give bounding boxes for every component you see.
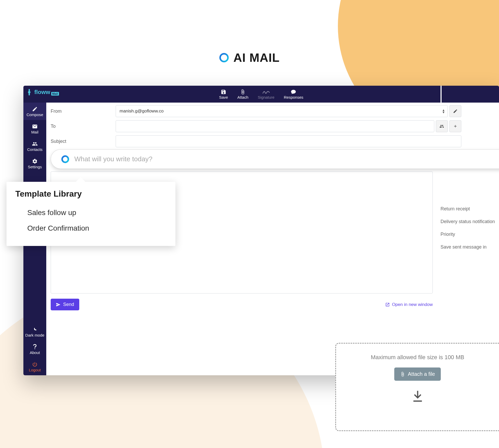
attach-button-label: Attach a file <box>408 371 435 377</box>
pencil-icon <box>453 109 458 113</box>
responses-label: Responses <box>284 95 303 99</box>
plus-icon <box>453 124 457 128</box>
download-icon <box>410 390 425 404</box>
page-header: AI MAIL <box>0 51 499 65</box>
toolbar-divider <box>441 86 442 103</box>
to-input[interactable] <box>116 120 434 132</box>
sidebar-item-darkmode[interactable]: Dark mode <box>23 323 46 340</box>
save-label: Save <box>219 95 228 99</box>
sidebar-item-logout[interactable]: Logout <box>23 358 46 375</box>
compose-label: Compose <box>23 112 46 117</box>
sidebar-item-compose[interactable]: Compose <box>23 103 46 120</box>
about-label: About <box>23 350 46 355</box>
question-icon <box>23 344 46 350</box>
attach-dropzone[interactable]: Maximum allowed file size is 100 MB Atta… <box>335 343 499 431</box>
template-item-sales[interactable]: Sales follow up <box>15 205 167 220</box>
users-icon <box>23 141 46 147</box>
comment-icon <box>291 89 296 95</box>
open-new-window-link[interactable]: Open in new window <box>385 302 433 307</box>
option-priority[interactable]: Priority <box>441 228 499 241</box>
from-value: manish.g@gofloww.co <box>120 109 163 114</box>
template-library-title: Template Library <box>15 189 167 199</box>
ai-placeholder: What will you write today? <box>74 155 153 163</box>
paper-plane-icon <box>56 302 61 307</box>
darkmode-label: Dark mode <box>23 333 46 337</box>
edit-from-button[interactable] <box>449 105 461 117</box>
logo-badge: Mail <box>51 92 59 96</box>
logo-text: floww <box>34 89 50 96</box>
ai-circle-icon <box>219 53 229 62</box>
sidebar-item-settings[interactable]: Settings <box>23 155 46 172</box>
logo-icon <box>26 88 34 96</box>
send-button[interactable]: Send <box>51 299 79 310</box>
send-row: Send Open in new window <box>51 299 433 310</box>
template-library-popup: Template Library Sales follow up Order C… <box>6 182 175 246</box>
settings-label: Settings <box>23 165 46 169</box>
signature-icon <box>262 89 270 95</box>
save-button[interactable]: Save <box>214 89 233 99</box>
gear-icon <box>23 158 46 165</box>
from-select[interactable]: manish.g@gofloww.co ▴▾ <box>116 105 448 117</box>
app-logo: floww Mail <box>26 88 59 96</box>
signature-button[interactable]: Signature <box>253 89 279 99</box>
logout-label: Logout <box>23 368 46 372</box>
add-contacts-button[interactable] <box>436 120 448 132</box>
subject-input[interactable] <box>116 135 461 147</box>
paperclip-icon <box>400 372 405 377</box>
attach-label: Attach <box>237 95 248 99</box>
to-row: To <box>51 120 461 132</box>
add-recipient-button[interactable] <box>449 120 461 132</box>
attach-button[interactable]: Attach <box>233 89 253 99</box>
contacts-label: Contacts <box>23 147 46 152</box>
from-row: From manish.g@gofloww.co ▴▾ <box>51 105 461 117</box>
paperclip-icon <box>240 89 246 95</box>
subject-row: Subject <box>51 135 461 147</box>
ai-circle-icon <box>61 155 69 163</box>
subject-label: Subject <box>51 139 116 144</box>
save-icon <box>221 89 226 95</box>
power-icon <box>23 361 46 368</box>
top-toolbar: floww Mail Save Attach Signature <box>23 86 499 103</box>
to-label: To <box>51 124 116 129</box>
ai-prompt-bar[interactable]: What will you write today? <box>51 149 499 169</box>
template-item-order[interactable]: Order Confirmation <box>15 220 167 236</box>
compose-form: From manish.g@gofloww.co ▴▾ To <box>51 105 461 150</box>
mail-label: Mail <box>23 130 46 134</box>
attach-info-text: Maximum allowed file size is 100 MB <box>371 354 464 361</box>
sidebar-item-about[interactable]: About <box>23 340 46 358</box>
sidebar-item-contacts[interactable]: Contacts <box>23 137 46 155</box>
from-label: From <box>51 109 116 114</box>
moon-icon <box>23 326 46 333</box>
envelope-icon <box>23 123 46 130</box>
open-new-label: Open in new window <box>392 302 433 307</box>
page-title: AI MAIL <box>233 51 280 65</box>
responses-button[interactable]: Responses <box>279 89 308 99</box>
option-return-receipt[interactable]: Return receipt <box>441 203 499 215</box>
send-label: Send <box>63 302 74 307</box>
edit-icon <box>23 106 46 112</box>
compose-options: Return receipt Delivery status notificat… <box>441 203 499 253</box>
toolbar-actions: Save Attach Signature Responses <box>214 89 308 99</box>
open-new-icon <box>385 302 390 307</box>
user-plus-icon <box>439 124 444 129</box>
option-delivery-status[interactable]: Delivery status notification <box>441 215 499 228</box>
option-save-sent[interactable]: Save sent message in <box>441 241 499 253</box>
attach-file-button[interactable]: Attach a file <box>394 367 441 381</box>
signature-label: Signature <box>258 95 274 99</box>
updown-icon: ▴▾ <box>443 109 444 113</box>
sidebar-item-mail[interactable]: Mail <box>23 120 46 137</box>
